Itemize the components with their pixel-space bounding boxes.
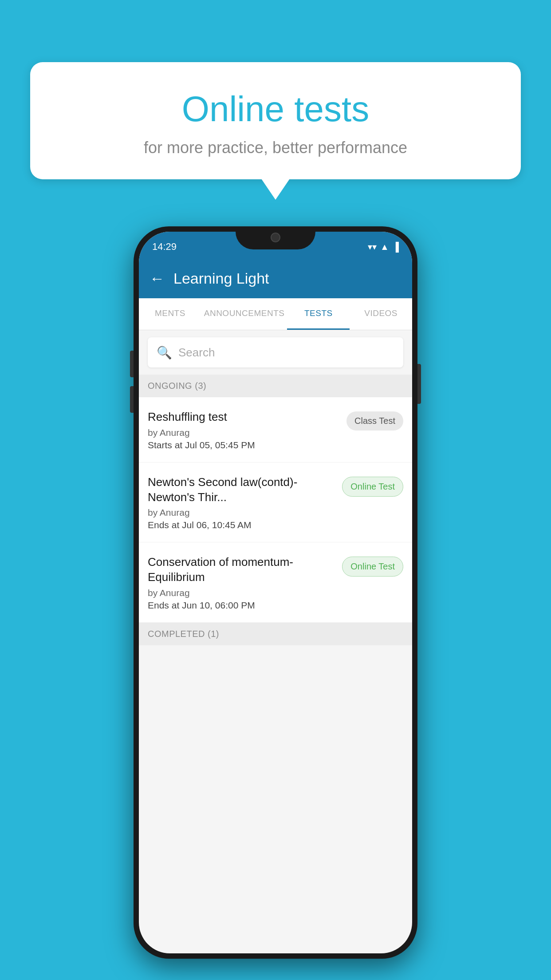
test-time: Starts at Jul 05, 05:45 PM <box>148 440 339 450</box>
ongoing-section-header: ONGOING (3) <box>139 375 412 397</box>
bubble-title: Online tests <box>48 89 503 130</box>
test-item[interactable]: Reshuffling test by Anurag Starts at Jul… <box>139 397 412 462</box>
online-test-badge-2: Online Test <box>342 557 403 577</box>
bubble-subtitle: for more practice, better performance <box>48 138 503 157</box>
test-author: by Anurag <box>148 427 339 438</box>
test-title: Newton's Second law(contd)-Newton's Thir… <box>148 475 335 505</box>
power-button <box>417 364 421 404</box>
tab-tests[interactable]: TESTS <box>287 298 350 330</box>
tab-videos[interactable]: VIDEOS <box>350 298 412 330</box>
phone-notch <box>236 226 315 249</box>
online-test-badge: Online Test <box>342 477 403 497</box>
tab-announcements[interactable]: ANNOUNCEMENTS <box>201 298 287 330</box>
phone-mockup: 14:29 ▾▾ ▲ ▐ ← Learning Light MENTS ANNO… <box>134 226 417 959</box>
status-icons: ▾▾ ▲ ▐ <box>368 241 399 252</box>
camera-icon <box>271 233 280 242</box>
test-info: Reshuffling test by Anurag Starts at Jul… <box>148 410 339 450</box>
completed-section-header: COMPLETED (1) <box>139 623 412 645</box>
volume-down-button <box>130 386 134 413</box>
test-item[interactable]: Conservation of momentum-Equilibrium by … <box>139 542 412 623</box>
search-placeholder: Search <box>178 346 215 360</box>
test-info: Conservation of momentum-Equilibrium by … <box>148 555 335 611</box>
tabs-bar: MENTS ANNOUNCEMENTS TESTS VIDEOS <box>139 298 412 330</box>
phone-frame: 14:29 ▾▾ ▲ ▐ ← Learning Light MENTS ANNO… <box>134 226 417 959</box>
test-title: Reshuffling test <box>148 410 339 425</box>
test-item[interactable]: Newton's Second law(contd)-Newton's Thir… <box>139 462 412 543</box>
app-title: Learning Light <box>173 270 269 287</box>
back-button[interactable]: ← <box>150 270 165 287</box>
test-author: by Anurag <box>148 588 335 598</box>
volume-up-button <box>130 351 134 377</box>
test-info: Newton's Second law(contd)-Newton's Thir… <box>148 475 335 531</box>
class-test-badge: Class Test <box>346 411 403 431</box>
test-time: Ends at Jun 10, 06:00 PM <box>148 600 335 611</box>
phone-screen: 14:29 ▾▾ ▲ ▐ ← Learning Light MENTS ANNO… <box>139 232 412 953</box>
status-time: 14:29 <box>152 241 177 253</box>
search-icon: 🔍 <box>157 345 172 360</box>
wifi-icon: ▾▾ <box>368 241 377 252</box>
tab-ments[interactable]: MENTS <box>139 298 201 330</box>
search-container: 🔍 Search <box>139 330 412 375</box>
test-list: Reshuffling test by Anurag Starts at Jul… <box>139 397 412 623</box>
battery-icon: ▐ <box>393 242 399 252</box>
speech-bubble: Online tests for more practice, better p… <box>30 62 521 179</box>
search-bar[interactable]: 🔍 Search <box>148 337 403 368</box>
test-title: Conservation of momentum-Equilibrium <box>148 555 335 585</box>
signal-icon: ▲ <box>380 242 389 252</box>
test-time: Ends at Jul 06, 10:45 AM <box>148 520 335 530</box>
app-bar: ← Learning Light <box>139 258 412 298</box>
test-author: by Anurag <box>148 507 335 518</box>
